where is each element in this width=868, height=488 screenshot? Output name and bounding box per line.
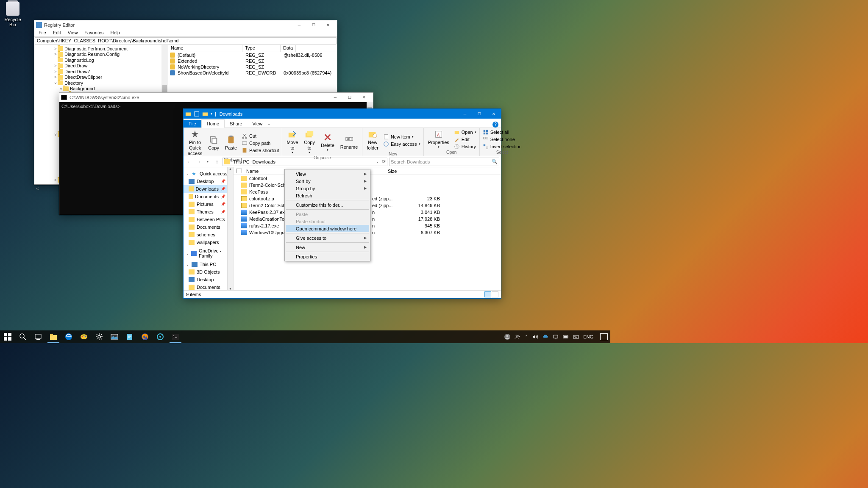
- taskbar-edge[interactable]: [61, 330, 76, 343]
- tree-item[interactable]: DiagnosticLog: [34, 57, 168, 63]
- regedit-titlebar[interactable]: Registry Editor ─ ☐ ✕: [34, 20, 337, 29]
- edit-button[interactable]: Edit: [453, 136, 478, 143]
- sidebar-item[interactable]: wallpapers: [184, 238, 233, 246]
- close-button[interactable]: ✕: [487, 109, 501, 119]
- minimize-button[interactable]: ─: [328, 93, 342, 102]
- qat-icon[interactable]: [202, 111, 208, 117]
- sidebar-item[interactable]: Pictures📌: [184, 200, 233, 208]
- tree-item[interactable]: >DirectDrawClipper: [34, 75, 168, 80]
- context-menu-item[interactable]: Customize this folder...: [286, 201, 369, 208]
- language-indicator[interactable]: ENG: [583, 334, 593, 339]
- tab-view[interactable]: View: [247, 120, 267, 128]
- help-icon[interactable]: ?: [492, 122, 498, 128]
- action-center-icon[interactable]: [600, 333, 608, 340]
- search-input[interactable]: Search Downloads 🔍: [389, 158, 499, 166]
- tab-home[interactable]: Home: [201, 119, 225, 128]
- keyboard-icon[interactable]: [573, 334, 579, 340]
- sidebar-item[interactable]: 3D Objects: [184, 268, 233, 276]
- sidebar-item[interactable]: ⌄OneDrive - Family: [184, 250, 233, 257]
- context-menu-item[interactable]: Group by▶: [286, 185, 369, 192]
- menu-edit[interactable]: Edit: [50, 29, 64, 36]
- sidebar-item[interactable]: Themes📌: [184, 208, 233, 216]
- copy-path-button[interactable]: Copy path: [240, 140, 280, 147]
- registry-value-row[interactable]: ShowBasedOnVelocityIdREG_DWORD0x00639bc8…: [168, 70, 337, 76]
- new-item-button[interactable]: New item ▾: [382, 133, 422, 140]
- taskbar-app[interactable]: [153, 330, 168, 343]
- refresh-icon[interactable]: ⟳: [380, 159, 386, 164]
- tree-item[interactable]: vDirectory: [34, 80, 168, 86]
- taskbar-settings[interactable]: [92, 330, 107, 343]
- user-icon[interactable]: [504, 334, 510, 340]
- paste-button[interactable]: Paste: [223, 129, 239, 158]
- copy-to-button[interactable]: Copy to▾: [301, 129, 317, 155]
- tree-item[interactable]: vBackground: [34, 86, 168, 92]
- menu-file[interactable]: File: [35, 29, 50, 36]
- select-none-button[interactable]: Select none: [481, 136, 523, 143]
- col-size[interactable]: Size: [385, 167, 411, 175]
- context-menu-item[interactable]: View▶: [286, 170, 369, 177]
- start-button[interactable]: [0, 330, 15, 343]
- sidebar-item[interactable]: Documents: [184, 223, 233, 231]
- context-menu-item[interactable]: Open command window here: [286, 225, 369, 232]
- explorer-sidebar[interactable]: ⌄★Quick accessDesktop📌Downloads📌Document…: [184, 167, 234, 290]
- col-data[interactable]: Data: [281, 45, 296, 52]
- breadcrumb-dropdown-icon[interactable]: ⌄: [376, 160, 379, 164]
- col-type[interactable]: Type: [242, 45, 281, 52]
- properties-button[interactable]: Properties▾: [426, 129, 452, 150]
- minimize-button[interactable]: ─: [292, 21, 306, 29]
- task-view-button[interactable]: [31, 330, 46, 343]
- registry-value-row[interactable]: ExtendedREG_SZ: [168, 58, 337, 64]
- copy-button[interactable]: Copy: [206, 129, 222, 158]
- minimize-button[interactable]: ─: [458, 109, 472, 119]
- move-to-button[interactable]: Move to▾: [284, 129, 300, 155]
- context-menu-item[interactable]: Refresh: [286, 192, 369, 199]
- collapse-ribbon-icon[interactable]: ⌃: [267, 123, 271, 128]
- taskbar-photos[interactable]: [107, 330, 122, 343]
- cmd-titlebar[interactable]: C:\WINDOWS\system32\cmd.exe ─ ☐ ✕: [59, 93, 373, 102]
- up-button[interactable]: ↑: [213, 158, 221, 165]
- menu-view[interactable]: View: [64, 29, 81, 36]
- maximize-button[interactable]: ☐: [306, 21, 321, 29]
- sidebar-item[interactable]: schemes: [184, 231, 233, 238]
- explorer-titlebar[interactable]: ▾ | Downloads ─ ☐ ✕: [184, 109, 501, 119]
- context-menu-item[interactable]: Give access to▶: [286, 234, 369, 241]
- context-menu-item[interactable]: Properties: [286, 253, 369, 260]
- sidebar-item[interactable]: Documents: [184, 283, 233, 290]
- tree-item[interactable]: >DirectDraw: [34, 63, 168, 69]
- battery-icon[interactable]: [563, 334, 569, 340]
- network-icon[interactable]: [553, 334, 559, 340]
- select-all-button[interactable]: Select all: [481, 129, 523, 136]
- qat-icon[interactable]: [194, 111, 200, 117]
- search-button[interactable]: [15, 330, 31, 343]
- close-button[interactable]: ✕: [357, 93, 371, 102]
- tree-item[interactable]: >Diagnostic.Perfmon.Document: [34, 46, 168, 52]
- tray-overflow-icon[interactable]: ⌃: [525, 335, 528, 339]
- history-dropdown[interactable]: ▾: [204, 160, 211, 164]
- open-button[interactable]: Open ▾: [453, 129, 478, 136]
- paste-shortcut-button[interactable]: Paste shortcut: [240, 147, 280, 154]
- breadcrumb[interactable]: › This PC › Downloads ⌄ ⟳: [223, 158, 387, 166]
- maximize-button[interactable]: ☐: [472, 109, 487, 119]
- recycle-bin[interactable]: Recycle Bin: [2, 2, 23, 27]
- sidebar-item[interactable]: Desktop: [184, 276, 233, 283]
- onedrive-icon[interactable]: [542, 334, 548, 340]
- menu-help[interactable]: Help: [107, 29, 124, 36]
- menu-favorites[interactable]: Favorites: [81, 29, 107, 36]
- icons-view-icon[interactable]: [492, 291, 498, 297]
- context-menu-item[interactable]: New▶: [286, 244, 369, 251]
- maximize-button[interactable]: ☐: [342, 93, 357, 102]
- sidebar-item[interactable]: Desktop📌: [184, 177, 233, 185]
- tab-file[interactable]: File: [184, 120, 201, 128]
- regedit-address-bar[interactable]: Computer\HKEY_CLASSES_ROOT\Directory\Bac…: [35, 37, 337, 44]
- cut-button[interactable]: Cut: [240, 133, 280, 139]
- delete-button[interactable]: Delete▾: [318, 129, 337, 155]
- volume-icon[interactable]: [532, 334, 538, 340]
- taskbar-paint[interactable]: [76, 330, 92, 343]
- taskbar-notepad[interactable]: [122, 330, 137, 343]
- easy-access-button[interactable]: Easy access ▾: [382, 141, 422, 147]
- details-view-icon[interactable]: [484, 291, 491, 297]
- taskbar-firefox[interactable]: [137, 330, 153, 343]
- select-all-checkbox[interactable]: [236, 169, 242, 173]
- invert-selection-button[interactable]: Invert selection: [481, 143, 523, 150]
- qat-dropdown-icon[interactable]: ▾: [211, 112, 212, 116]
